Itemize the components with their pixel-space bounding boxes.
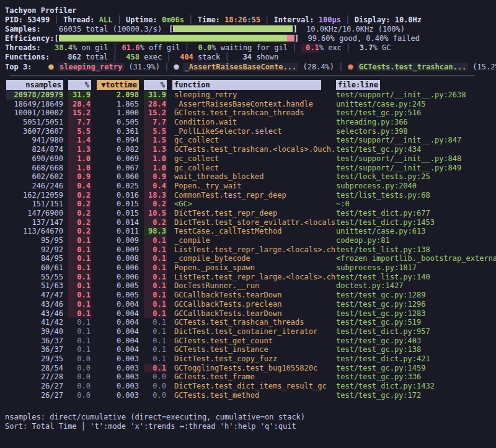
column-header-function[interactable]: function [172,80,321,90]
function-cell: GCCallbackTests.tearDown [167,291,335,300]
table-row[interactable]: 5051/50517.70.5057.7Condition.waitthread… [6,118,496,127]
table-row[interactable]: 941/9801.40.0941.5gc_collecttest/support… [6,136,496,145]
top3-function-name[interactable]: sleeping_retry [58,63,124,71]
table-row[interactable]: 43/460.10.0040.1GCCallbackTests.tearDown… [6,309,496,318]
table-row[interactable]: 113/646700.20.01198.3TestCase._callTestM… [6,227,496,236]
table-row[interactable]: 92/920.10.0090.1ListTest.test_repr_large… [6,245,496,255]
separator: │ [184,15,198,24]
column-header-pct-direct[interactable]: % [68,80,91,90]
profiler-screen: Tachyon Profiler PID: 53499 │ Thread: AL… [0,0,496,448]
function-name: TestCase._callTestMethod [174,227,281,235]
samples-total: 66035 total (10000.3/s) [59,25,162,33]
table-row[interactable]: 28/540.00.0030.1GCTogglingTests.test_bug… [6,364,496,373]
table-row[interactable]: 29/350.00.0030.1DictTest.test_copy_fuzzt… [6,354,496,364]
function-cell: Condition.wait [167,118,335,127]
pct-direct-cell: 0.2 [63,227,91,236]
stat-text: % exc [319,43,342,52]
nsamples-cell: 10001/10002 [6,108,63,118]
nsamples-value: 10001/10002 [14,108,63,117]
file-line-value: test/test_dict.py:421 [336,354,430,363]
table-row[interactable]: 84/950.10.0080.1_compile_bytecode<frozen… [6,254,496,263]
table-row[interactable]: 147/69000.20.01510.5DictTest.test_repr_d… [6,209,496,218]
pct-direct-value: 0.1 [68,345,91,354]
function-name: DictTest.test_copy_fuzz [174,354,277,363]
pct-cumulative-cell: 1.0 [139,164,167,173]
stat-number: 404 [175,53,193,62]
file-line-value: subprocess.py:2040 [336,182,417,190]
function-cell: DocTestRunner.__run [167,281,335,291]
table-row[interactable]: 26/270.00.0030.0DictTest.test_dict_items… [6,382,496,391]
pct-direct-value: 15.2 [68,108,91,118]
tottime-cell: 0.082 [91,145,139,154]
table-row[interactable]: 151/1510.20.0150.2<GC>~:0 [6,200,496,209]
nsamples-cell: 43/46 [6,309,63,318]
table-row[interactable]: 690/6901.00.0691.0gc_collecttest/support… [6,154,496,164]
pct-cumulative-value: 0.1 [144,318,167,327]
table-row[interactable]: 3607/36075.50.3615.5_PollLikeSelector.se… [6,127,496,136]
column-header-file-line[interactable]: file:line [336,80,380,90]
efficiency-bar-open-bracket: [ [54,34,58,43]
file-cell: codeop.py:81 [335,236,496,245]
pct-cumulative-cell: 0.1 [139,281,167,291]
efficiency-bar-good [59,35,287,42]
tottime-value: 0.004 [117,336,139,345]
pct-cumulative-cell: 0.0 [139,391,167,400]
table-row[interactable]: 162/120590.20.01618.3CommonTest.test_rep… [6,191,496,200]
table-row[interactable]: 10001/1000215.21.00015.2GCTests.test_tra… [6,108,496,118]
function-cell: _compile_bytecode [167,254,335,263]
table-row[interactable]: 26/270.00.0030.0GCTests.test_methodtest/… [6,391,496,400]
top3-function-name[interactable]: _AssertRaisesBaseConte... [183,63,299,71]
file-line-value: unittest/case.py:613 [336,227,426,235]
pct-direct-cell: 0.0 [63,372,91,382]
stat-number: 862 [63,53,81,62]
table-row[interactable]: 824/8741.30.0821.3GCTests.test_trashcan.… [6,145,496,154]
table-row[interactable]: 51/630.10.0050.1DocTestRunner.__rundocte… [6,281,496,291]
table-row[interactable]: 95/950.10.0090.1_compilecodeop.py:81 [6,236,496,245]
pct-cumulative-value: 0.0 [144,391,167,400]
function-name: GCTests.test_trashcan_threads [174,108,304,117]
file-cell: subprocess.py:1817 [335,263,496,273]
file-line-value: test/test_gc.py:1459 [336,364,426,372]
table-divider [10,76,475,76]
efficiency-bar-close-bracket: ] [294,34,299,43]
table-row[interactable]: 137/1470.20.0140.2DictTest.test_store_ev… [6,218,496,227]
table-row[interactable]: 41/420.10.0040.1GCTests.test_trashcan_th… [6,318,496,327]
table-row[interactable]: 36/370.10.0040.1GCTests.test_instancetes… [6,345,496,354]
stat-number: 0.1 [301,43,319,53]
table-row[interactable]: 602/6020.90.0600.9wait_threads_blockedte… [6,172,496,182]
pct-direct-cell: 0.0 [63,354,91,364]
table-row[interactable]: 36/370.10.0040.1GCTests.test_get_countte… [6,336,496,346]
table-row[interactable]: 55/550.10.0060.1ListTest.test_repr_large… [6,273,496,282]
table-row[interactable]: 20978/2097931.92.09831.9sleeping_retryte… [6,90,496,100]
tottime-value: 0.004 [117,309,139,318]
tottime-cell: 0.004 [91,336,139,346]
file-line-value: test/test_dict.py:677 [336,209,430,217]
table-row[interactable]: 39/400.10.0040.1DictTest.test_container_… [6,327,496,336]
table-row[interactable]: 47/470.10.0050.1GCCallbackTests.tearDown… [6,291,496,300]
column-header-nsamples[interactable]: nsamples [6,80,63,90]
function-name: _compile [174,236,210,245]
table-row[interactable]: 60/610.10.0060.1Popen._posix_spawnsubpro… [6,263,496,273]
table-row[interactable]: 43/460.10.0040.1GCCallbackTests.preclean… [6,300,496,309]
table-row[interactable]: 27/280.00.0030.0GCTests.test_frametest/t… [6,372,496,382]
tottime-value: 0.082 [117,145,139,154]
pct-cumulative-cell: 0.1 [139,254,167,263]
separator: │ [160,63,174,71]
pct-direct-cell: 0.1 [63,318,91,327]
column-header-tottime-sorted[interactable]: ▼tottime [97,80,139,90]
nsamples-cell: 26/27 [6,382,63,391]
pct-direct-cell: 0.1 [63,309,91,318]
column-header-pct-cumulative[interactable]: % [144,80,167,90]
table-row[interactable]: 668/6681.00.0671.0gc_collecttest/support… [6,164,496,173]
functions-stats: 862 total │ 458 exec │ 404 stack │ 34 sh… [63,53,278,61]
top3-function-name[interactable]: GCTests.test_trashcan... [357,63,468,71]
table-row[interactable]: 18649/1864928.41.86528.4_AssertRaisesBas… [6,100,496,109]
col-pct2-cell: % [139,80,167,90]
file-cell: test/test_gc.py:403 [335,336,496,346]
function-cell: sleeping_retry [167,90,335,100]
status-line-pid: PID: 53499 │ Thread: ALL │ Uptime: 0m06s… [5,15,496,25]
pct-direct-cell: 15.2 [63,108,91,118]
nsamples-value: 18649/18649 [14,100,63,108]
table-row[interactable]: 246/2460.40.0250.4Popen._try_waitsubproc… [6,182,496,191]
nsamples-value: 27/28 [41,372,63,381]
